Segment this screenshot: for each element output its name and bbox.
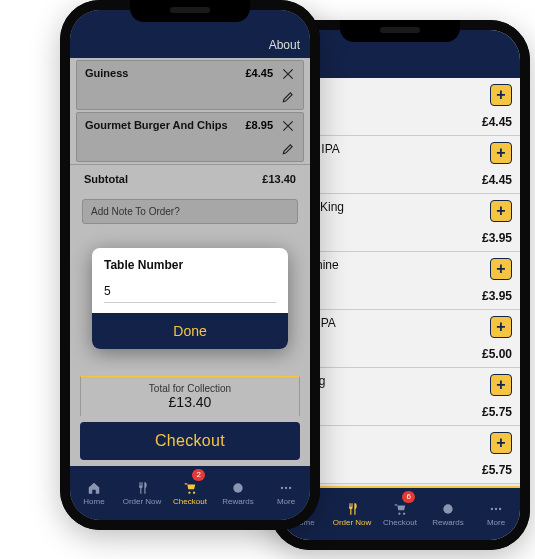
tab-label: More [277,497,295,506]
item-name: ssion IPA [290,142,512,156]
tab-checkout[interactable]: 6 Checkout [376,488,424,540]
rewards-icon [439,502,457,516]
checkout-button[interactable]: Checkout [80,422,300,460]
cart-item-name: Gourmet Burger And Chips [85,119,228,131]
item-price: £3.95 [482,289,512,303]
modal-title: Table Number [92,248,288,276]
tab-bar: Home Order Now 2 Checkout Rewards More [70,466,310,520]
about-link[interactable]: About [269,38,300,52]
cart-item-name: Guiness [85,67,128,79]
item-name: iness [290,84,512,98]
device-notch [130,0,250,22]
plus-icon[interactable]: + [490,200,512,222]
cart-item-price: £8.95 [245,119,273,131]
tab-label: Home [83,497,104,506]
subtotal-row: Subtotal £13.40 [70,164,310,193]
item-price: £4.45 [482,173,512,187]
item-name: eene King [290,200,512,214]
tab-label: Checkout [383,518,417,527]
tab-rewards[interactable]: Rewards [424,488,472,540]
plus-icon[interactable]: + [490,432,512,454]
subtotal-value: £13.40 [262,173,296,185]
total-value: £13.40 [81,394,299,410]
checkout-badge: 2 [192,469,204,481]
svg-point-4 [233,483,242,492]
checkout-badge: 6 [402,491,414,503]
svg-point-7 [289,486,291,488]
item-price: £3.95 [482,231,512,245]
order-note-input[interactable]: Add Note To Order? [82,199,298,224]
tab-label: More [487,518,505,527]
svg-point-6 [285,486,287,488]
cutlery-icon [133,481,151,495]
svg-point-1 [491,507,493,509]
item-name: ewdog [290,374,512,388]
total-summary: Total for Collection £13.40 [80,376,300,416]
tab-home[interactable]: Home [70,466,118,520]
phone-checkout: About Guiness £4.45 Gourmet Burger And C… [60,0,320,530]
cart-icon [181,481,199,495]
close-icon[interactable] [281,119,295,136]
tab-label: Order Now [123,497,162,506]
tab-checkout[interactable]: 2 Checkout [166,466,214,520]
item-price: £5.75 [482,463,512,477]
tab-label: Checkout [173,497,207,506]
plus-icon[interactable]: + [490,142,512,164]
svg-point-0 [443,504,452,513]
tab-rewards[interactable]: Rewards [214,466,262,520]
svg-point-2 [495,507,497,509]
done-button[interactable]: Done [92,313,288,349]
plus-icon[interactable]: + [490,374,512,396]
item-name: oonshine [290,258,512,272]
tab-order-now[interactable]: Order Now [118,466,166,520]
item-price: £5.00 [482,347,512,361]
home-icon [85,481,103,495]
tab-label: Rewards [432,518,464,527]
total-label: Total for Collection [81,383,299,394]
item-name: ose [290,432,512,446]
item-price: £5.75 [482,405,512,419]
more-icon [277,481,295,495]
close-icon[interactable] [281,67,295,84]
cart-item: Guiness £4.45 [76,60,304,110]
cart-item: Gourmet Burger And Chips £8.95 [76,112,304,162]
edit-icon[interactable] [281,90,295,107]
cart-icon [391,502,409,516]
plus-icon[interactable]: + [490,316,512,338]
tab-more[interactable]: More [262,466,310,520]
tab-label: Order Now [333,518,372,527]
more-icon [487,502,505,516]
plus-icon[interactable]: + [490,258,512,280]
rewards-icon [229,481,247,495]
edit-icon[interactable] [281,142,295,159]
table-number-input[interactable] [104,280,276,303]
cutlery-icon [343,502,361,516]
subtotal-label: Subtotal [84,173,128,185]
plus-icon[interactable]: + [490,84,512,106]
item-price: £4.45 [482,115,512,129]
svg-point-3 [499,507,501,509]
svg-point-5 [281,486,283,488]
tab-order-now[interactable]: Order Now [328,488,376,540]
item-name: nber IPA [290,316,512,330]
cart-item-price: £4.45 [245,67,273,79]
table-number-modal: Table Number Done [92,248,288,349]
tab-more[interactable]: More [472,488,520,540]
tab-label: Rewards [222,497,254,506]
device-notch [340,20,460,42]
